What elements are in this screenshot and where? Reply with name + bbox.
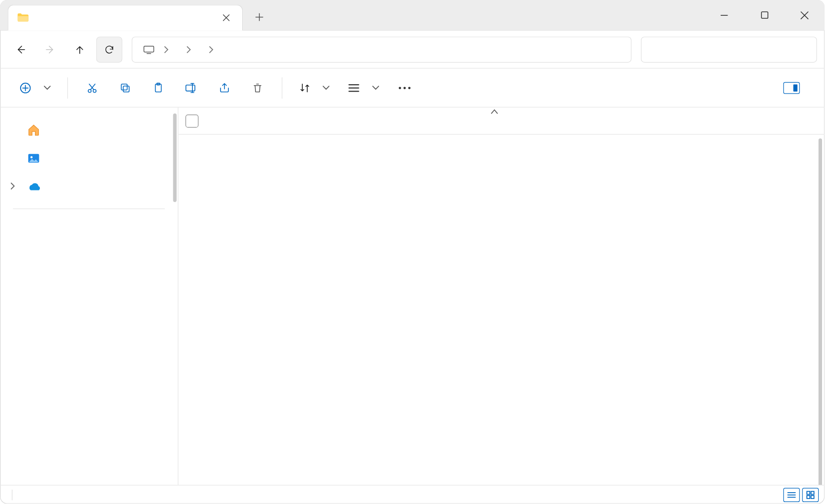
nav-home[interactable] bbox=[0, 116, 178, 144]
copy-button[interactable] bbox=[110, 75, 140, 101]
svg-point-11 bbox=[404, 87, 406, 89]
separator bbox=[12, 489, 12, 500]
cut-icon bbox=[86, 82, 98, 94]
maximize-button[interactable] bbox=[744, 2, 785, 31]
cut-button[interactable] bbox=[77, 75, 107, 101]
column-name[interactable] bbox=[207, 107, 462, 134]
new-button[interactable] bbox=[12, 75, 58, 101]
body bbox=[0, 107, 825, 485]
sort-icon bbox=[299, 82, 311, 94]
file-rows bbox=[178, 135, 825, 485]
chevron-right-icon[interactable] bbox=[9, 181, 15, 192]
separator bbox=[282, 77, 282, 98]
file-list bbox=[178, 107, 825, 485]
copy-icon bbox=[119, 82, 131, 94]
view-details-button[interactable] bbox=[783, 488, 800, 502]
delete-icon bbox=[252, 82, 263, 94]
svg-rect-9 bbox=[186, 85, 195, 91]
chevron-down-icon bbox=[322, 85, 329, 90]
svg-point-12 bbox=[408, 87, 411, 89]
svg-rect-17 bbox=[807, 495, 810, 498]
share-button[interactable] bbox=[210, 75, 239, 101]
refresh-button[interactable] bbox=[96, 36, 123, 63]
toolbar bbox=[0, 68, 825, 107]
minimize-button[interactable] bbox=[704, 2, 744, 31]
forward-button[interactable] bbox=[37, 36, 64, 63]
view-button[interactable] bbox=[340, 75, 386, 101]
paste-icon bbox=[153, 82, 164, 94]
share-icon bbox=[219, 82, 230, 94]
breadcrumb-ellipsis[interactable] bbox=[170, 37, 185, 62]
nav-onedrive[interactable] bbox=[0, 172, 178, 201]
close-button[interactable] bbox=[785, 2, 825, 31]
svg-rect-0 bbox=[761, 12, 767, 18]
gallery-icon bbox=[27, 152, 40, 164]
column-kind[interactable] bbox=[607, 107, 720, 134]
chevron-right-icon[interactable] bbox=[186, 46, 191, 53]
tab-close-button[interactable] bbox=[219, 10, 234, 25]
svg-point-10 bbox=[399, 87, 401, 89]
paste-button[interactable] bbox=[144, 75, 173, 101]
breadcrumb[interactable] bbox=[132, 36, 632, 63]
details-pane-button[interactable] bbox=[776, 75, 813, 101]
up-button[interactable] bbox=[67, 36, 93, 63]
scrollbar-thumb[interactable] bbox=[819, 138, 822, 485]
chevron-right-icon[interactable] bbox=[208, 46, 214, 53]
status-bar bbox=[0, 485, 825, 504]
chevron-right-icon[interactable] bbox=[163, 46, 169, 53]
back-button[interactable] bbox=[8, 36, 34, 63]
view-thumbnails-button[interactable] bbox=[802, 488, 819, 502]
svg-point-4 bbox=[93, 89, 96, 92]
plus-circle-icon bbox=[19, 81, 32, 94]
rename-icon bbox=[185, 82, 198, 94]
nav-gallery[interactable] bbox=[0, 144, 178, 173]
folder-icon bbox=[17, 11, 30, 24]
column-headers bbox=[178, 107, 825, 134]
delete-button[interactable] bbox=[243, 75, 272, 101]
column-size[interactable] bbox=[720, 107, 805, 134]
active-tab[interactable] bbox=[8, 5, 243, 31]
svg-rect-16 bbox=[811, 491, 814, 494]
sort-button[interactable] bbox=[292, 75, 337, 101]
list-icon bbox=[348, 82, 360, 93]
svg-rect-1 bbox=[144, 46, 154, 52]
chevron-down-icon bbox=[372, 85, 379, 90]
details-pane-icon bbox=[783, 82, 800, 94]
window-controls bbox=[704, 2, 825, 31]
select-all-checkbox[interactable] bbox=[186, 114, 198, 127]
svg-rect-6 bbox=[121, 84, 127, 90]
ellipsis-icon bbox=[398, 86, 411, 90]
more-button[interactable] bbox=[390, 75, 419, 101]
svg-rect-18 bbox=[811, 495, 814, 498]
pc-icon bbox=[143, 45, 155, 54]
svg-point-14 bbox=[31, 156, 32, 158]
search-input[interactable] bbox=[641, 36, 817, 63]
separator bbox=[13, 209, 164, 209]
column-date[interactable] bbox=[462, 107, 607, 134]
home-icon bbox=[27, 124, 40, 136]
svg-point-3 bbox=[88, 89, 91, 92]
svg-rect-5 bbox=[123, 86, 129, 92]
chevron-down-icon bbox=[44, 85, 51, 90]
address-bar bbox=[0, 31, 825, 68]
separator bbox=[67, 77, 68, 98]
navigation-pane bbox=[0, 107, 178, 485]
rename-button[interactable] bbox=[177, 75, 206, 101]
breadcrumb-root[interactable] bbox=[136, 37, 162, 62]
onedrive-icon bbox=[27, 180, 40, 193]
new-tab-button[interactable] bbox=[248, 5, 271, 29]
svg-rect-15 bbox=[807, 491, 810, 494]
title-bar bbox=[0, 0, 825, 31]
sort-indicator-icon bbox=[490, 107, 499, 116]
breadcrumb-current[interactable] bbox=[192, 37, 207, 62]
